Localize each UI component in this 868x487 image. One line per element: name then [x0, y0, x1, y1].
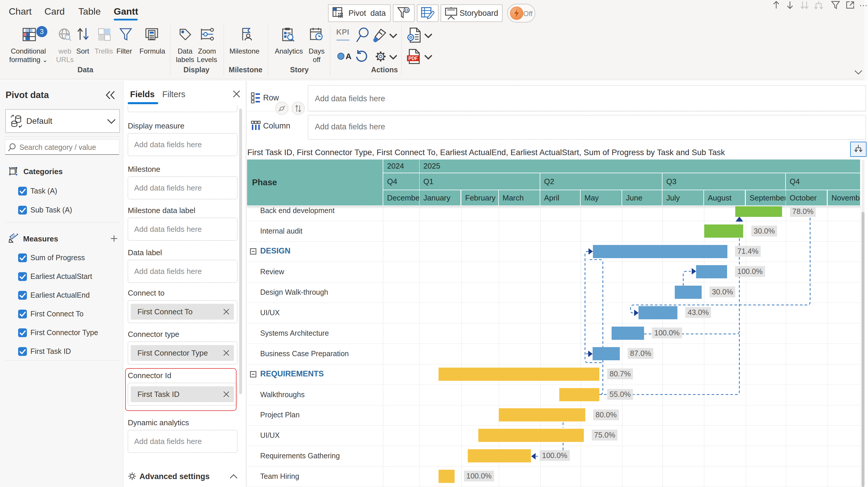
svg-text:PDF: PDF [408, 56, 418, 61]
